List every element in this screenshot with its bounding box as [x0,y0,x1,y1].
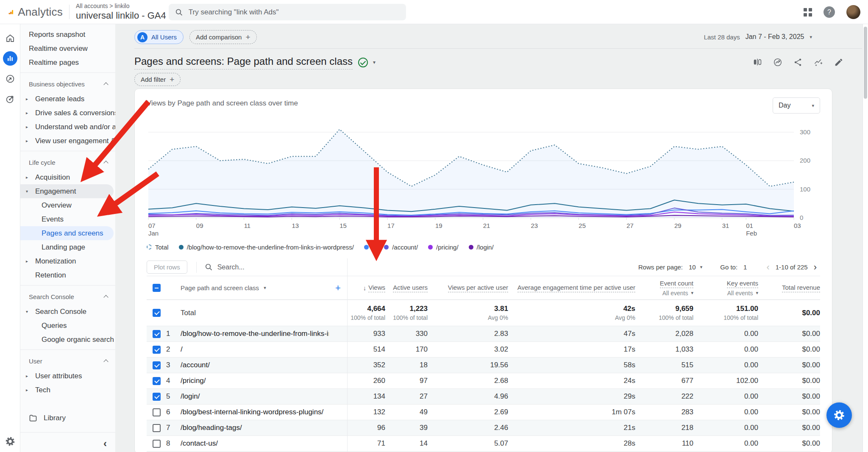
goto-page-input[interactable]: 1 [743,263,747,271]
search-input[interactable] [189,8,400,17]
legend-item-[interactable]: / [364,244,374,251]
chevron-collapsed-icon[interactable]: ▸ [26,374,35,378]
row-page-path[interactable]: /blog/heading-tags/ [181,424,329,432]
data-quality-check-icon[interactable] [358,58,368,67]
legend-item-blog-how-to-remove-the-underline-from-links-in-wordpress[interactable]: /blog/how-to-remove-the-underline-from-l… [179,244,354,251]
scrollbar-thumb[interactable] [864,27,867,99]
explore-report-icon[interactable] [773,58,782,67]
sidebar-item-library[interactable]: Library [20,410,115,426]
share-icon[interactable] [793,58,803,67]
row-page-path[interactable]: / [181,345,329,354]
sidebar-item-generate-leads[interactable]: ▸Generate leads [20,92,115,106]
sidebar-item-realtime-pages[interactable]: Realtime pages [20,55,115,69]
column-filter[interactable]: All events▾ [662,290,693,297]
sidebar-item-user-attributes[interactable]: ▸User attributes [20,369,115,383]
sidebar-section-user[interactable]: User [20,353,115,369]
sidebar-item-overview[interactable]: Overview [20,198,115,212]
chevron-expanded-icon[interactable]: ▾ [26,189,35,194]
legend-item-pricing[interactable]: /pricing/ [428,244,459,251]
column-filter[interactable]: All events▾ [727,290,758,297]
row-checkbox[interactable] [153,330,161,338]
all-users-segment-chip[interactable]: A All Users [134,30,184,44]
sidebar-section-business-objectives[interactable]: Business objectives [20,76,115,92]
sidebar-item-acquisition[interactable]: ▸Acquisition [20,170,115,184]
page-title[interactable]: Pages and screens: Page path and screen … [134,55,353,69]
legend-item-total[interactable]: Total [147,244,169,251]
row-checkbox[interactable] [153,377,161,385]
row-checkbox[interactable] [153,361,161,369]
sidebar-item-retention[interactable]: Retention [20,268,115,282]
row-page-path[interactable]: /pricing/ [181,377,329,385]
column-header-label[interactable]: Total revenue [782,284,820,292]
chevron-down-icon[interactable]: ▾ [373,59,376,65]
sidebar-item-view-user-engagement-rete[interactable]: ▸View user engagement & rete... [20,134,115,148]
plot-rows-button[interactable]: Plot rows [147,261,187,274]
edit-icon[interactable] [834,58,843,67]
table-search-input[interactable] [217,263,319,271]
row-page-path[interactable]: /blog/how-to-remove-the-underline-from-l… [181,330,329,338]
help-icon[interactable]: ? [823,6,835,18]
chevron-collapsed-icon[interactable]: ▸ [26,139,35,143]
page-scrollbar[interactable] [862,24,868,452]
insights-icon[interactable] [814,58,823,67]
sidebar-item-understand-web-and-or-app-t[interactable]: ▸Understand web and/or app t... [20,120,115,134]
home-icon[interactable] [0,28,20,48]
add-comparison-button[interactable]: Add comparison + [189,30,257,44]
sidebar-item-search-console[interactable]: ▾Search Console [20,305,115,319]
row-page-path[interactable]: /login/ [181,392,329,401]
dimension-header[interactable]: Page path and screen class ▾ [181,284,329,291]
explore-icon[interactable] [0,69,20,89]
chevron-collapsed-icon[interactable]: ▸ [26,125,35,129]
rows-per-page-select[interactable]: 10 ▾ [689,263,702,271]
column-header-label[interactable]: Views per active user [448,284,508,292]
chevron-collapsed-icon[interactable]: ▸ [26,111,35,115]
sidebar-item-pages-and-screens[interactable]: Pages and screens [20,226,114,240]
analytics-logo[interactable]: Analytics [0,6,63,19]
add-dimension-button[interactable]: + [329,283,347,294]
chevron-collapsed-icon[interactable]: ▸ [26,97,35,101]
sidebar-item-queries[interactable]: Queries [20,319,115,333]
add-filter-button[interactable]: Add filter + [134,73,181,86]
row-checkbox[interactable] [153,346,161,354]
sidebar-item-events[interactable]: Events [20,212,115,226]
breadcrumb[interactable]: All accounts > linkilo [76,3,172,9]
row-checkbox[interactable] [153,408,161,416]
sidebar-item-realtime-overview[interactable]: Realtime overview [20,42,115,55]
property-selector[interactable]: universal linkilo - GA4 ▾ [76,10,172,21]
avatar[interactable] [846,5,860,19]
sidebar-item-monetization[interactable]: ▸Monetization [20,254,115,268]
chevron-collapsed-icon[interactable]: ▸ [26,175,35,180]
column-header-label[interactable]: Views [368,284,385,292]
table-search[interactable] [205,263,319,271]
column-header-label[interactable]: Event count [660,280,693,288]
row-checkbox[interactable] [153,393,161,401]
row-page-path[interactable]: /contact-us/ [181,439,329,448]
select-all-checkbox[interactable] [153,284,161,292]
sidebar-item-landing-page[interactable]: Landing page [20,240,115,254]
column-header-label[interactable]: Active users [393,284,428,292]
apps-grid-icon[interactable] [804,8,812,17]
row-checkbox[interactable] [153,424,161,432]
chevron-expanded-icon[interactable]: ▾ [26,309,35,314]
global-search[interactable] [169,4,406,20]
prev-page-icon[interactable]: ‹ [765,262,771,273]
chevron-collapsed-icon[interactable]: ▸ [26,388,35,392]
sidebar-item-reports-snapshot[interactable]: Reports snapshot [20,28,115,42]
compare-reports-icon[interactable] [753,58,762,67]
insights-fab[interactable] [826,402,852,428]
next-page-icon[interactable]: › [812,262,818,273]
legend-item-login[interactable]: /login/ [469,244,494,251]
sidebar-section-life-cycle[interactable]: Life cycle [20,154,115,170]
timeseries-chart[interactable]: 010020030007Jan0911131517192123252729310… [147,115,820,241]
date-range-picker[interactable]: Last 28 days Jan 7 - Feb 3, 2025 ▾ [704,33,812,41]
reports-icon[interactable] [0,49,20,68]
collapse-sidebar-icon[interactable]: ‹ [103,438,107,449]
sidebar-item-google-organic-search-traf[interactable]: Google organic search traf... [20,333,115,347]
row-page-path[interactable]: /account/ [181,361,329,369]
sidebar-item-tech[interactable]: ▸Tech [20,383,115,397]
total-row-checkbox[interactable] [153,309,161,317]
legend-item-account[interactable]: /account/ [384,244,418,251]
sidebar-item-engagement[interactable]: ▾Engagement [20,184,114,198]
chevron-collapsed-icon[interactable]: ▸ [26,259,35,263]
row-page-path[interactable]: /blog/best-internal-linking-wordpress-pl… [181,408,329,416]
